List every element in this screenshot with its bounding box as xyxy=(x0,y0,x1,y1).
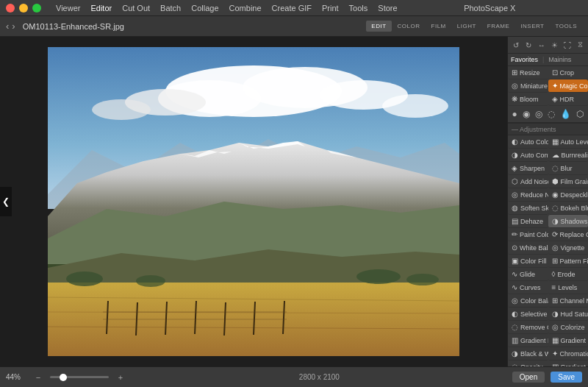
tool-magic-color[interactable]: ✦ Magic Color xyxy=(548,79,589,93)
gradient-fill-icon: ▥ xyxy=(512,336,518,344)
menu-batch[interactable]: Batch xyxy=(160,4,181,13)
app-title: PhotoScape X xyxy=(398,4,582,13)
tab-film[interactable]: FILM xyxy=(426,21,451,32)
tool-replace-color[interactable]: ⟳ Replace Color xyxy=(548,228,589,241)
tool-dehaze[interactable]: ▤ Dehaze xyxy=(508,215,548,228)
menu-collage[interactable]: Collage xyxy=(191,4,218,13)
open-button[interactable]: Open xyxy=(512,372,545,383)
menu-viewer[interactable]: Viewer xyxy=(56,4,80,13)
tool-gradient-map[interactable]: ▦ Gradient Map xyxy=(548,334,589,347)
landscape-image xyxy=(48,47,459,356)
tool-sharpen[interactable]: ◈ Sharpen xyxy=(508,162,548,175)
favorites-label[interactable]: Favorites xyxy=(511,56,538,63)
tool-auto-levels[interactable]: ▦ Auto Levels xyxy=(548,135,589,149)
tool-crop[interactable]: ⊡ Crop xyxy=(548,66,589,79)
erode-icon: ◊ xyxy=(552,270,556,278)
tool-auto-color[interactable]: ◐ Auto Color xyxy=(508,135,548,149)
tool-glide[interactable]: ∿ Glide xyxy=(508,268,548,281)
icon-mode-4[interactable]: ◌ xyxy=(548,109,555,119)
mainins-label[interactable]: Mainins xyxy=(548,56,571,63)
tool-gradient-opacity[interactable]: ▥ Gradient Opacity xyxy=(548,361,589,366)
fullscreen-icon[interactable]: ⛶ xyxy=(562,40,573,50)
tool-remove-color-cast[interactable]: ◌ Remove Color Cast xyxy=(508,321,548,334)
tab-insert[interactable]: INSERT xyxy=(515,21,549,32)
tool-chromatic[interactable]: ✦ Chromatic Saturation xyxy=(548,347,589,361)
glide-icon: ∿ xyxy=(512,270,517,278)
icon-mode-5[interactable]: 💧 xyxy=(560,109,571,119)
color-fill-icon: ▣ xyxy=(512,257,518,265)
icon-mode-6[interactable]: ⬡ xyxy=(576,109,584,119)
tool-bloom[interactable]: ❋ Bloom xyxy=(508,93,548,106)
menu-tools[interactable]: Tools xyxy=(349,4,368,13)
menu-print[interactable]: Print xyxy=(322,4,339,13)
tool-color-fill[interactable]: ▣ Color Fill xyxy=(508,255,548,268)
minimize-button[interactable] xyxy=(19,4,28,13)
tool-film-grain[interactable]: ⬢ Film Grain xyxy=(548,175,589,188)
tool-add-noise[interactable]: ⬡ Add Noise xyxy=(508,175,548,188)
tool-opacity[interactable]: ◌ Opacity xyxy=(508,361,548,366)
title-bar: Viewer Editor Cut Out Batch Collage Comb… xyxy=(0,0,588,16)
tab-frame[interactable]: FRAME xyxy=(482,21,515,32)
brightness-icon[interactable]: ☀ xyxy=(549,40,559,50)
nav-back[interactable]: ‹ xyxy=(6,21,9,32)
tool-black-white[interactable]: ◑ Black & White xyxy=(508,347,548,361)
tab-tools-mode[interactable]: TOOLS xyxy=(551,21,582,32)
menu-combine[interactable]: Combine xyxy=(229,4,262,13)
tool-paint-color[interactable]: ✏ Paint Color / Emphasize Col. xyxy=(508,228,548,241)
tool-pattern-fill[interactable]: ⊞ Pattern Fill xyxy=(548,255,589,268)
tool-color-balance[interactable]: ◎ Color Balance xyxy=(508,294,548,308)
tool-bokeh-blur[interactable]: ◌ Bokeh Blur xyxy=(548,202,589,215)
icon-mode-2[interactable]: ◉ xyxy=(523,109,530,119)
menu-cutout[interactable]: Cut Out xyxy=(122,4,150,13)
svg-point-7 xyxy=(382,94,448,118)
svg-point-30 xyxy=(136,275,165,287)
tool-shadows-highlights[interactable]: ◑ Shadows Highlights xyxy=(548,215,589,228)
tool-despeckle[interactable]: ◉ Despeckle xyxy=(548,188,589,202)
white-balance-icon: ⊙ xyxy=(512,244,517,252)
flip-icon[interactable]: ↔ xyxy=(537,40,547,50)
window-controls[interactable] xyxy=(6,4,41,13)
zoom-plus-button[interactable]: + xyxy=(115,372,126,383)
tool-reduce-noise[interactable]: ◎ Reduce Noise xyxy=(508,188,548,202)
miniature-icon: ◎ xyxy=(512,82,518,90)
maximize-button[interactable] xyxy=(32,4,41,13)
auto-contrast-icon: ◑ xyxy=(512,151,518,159)
tool-hud-saturation[interactable]: ◑ Hud Saturation xyxy=(548,308,589,321)
tool-white-balance[interactable]: ⊙ White Balance xyxy=(508,241,548,255)
close-button[interactable] xyxy=(6,4,15,13)
tool-resize[interactable]: ⊞ Resize xyxy=(508,66,548,79)
tool-miniature[interactable]: ◎ Miniature xyxy=(508,79,548,93)
tool-levels[interactable]: ≡ Levels xyxy=(548,281,589,294)
icon-mode-1[interactable]: ● xyxy=(512,109,517,119)
menu-editor[interactable]: Editor xyxy=(90,4,112,13)
history-icon[interactable]: ⧖ xyxy=(575,40,585,50)
tool-erode[interactable]: ◊ Erode xyxy=(548,268,589,281)
tool-gradient-fill[interactable]: ▥ Gradient Fill xyxy=(508,334,548,347)
zoom-slider[interactable] xyxy=(50,376,109,378)
tab-light[interactable]: LIGHT xyxy=(452,21,481,32)
tool-soften-skin[interactable]: ◍ Soften Skin xyxy=(508,202,548,215)
tab-edit[interactable]: EDIT xyxy=(366,21,391,32)
tool-vignette[interactable]: ◎ Vignette xyxy=(548,241,589,255)
zoom-minus-button[interactable]: − xyxy=(32,372,44,383)
tool-blur[interactable]: ◌ Blur xyxy=(548,162,589,175)
tool-channel-mixer[interactable]: ⊞ Channel Mixer xyxy=(548,294,589,308)
tab-color[interactable]: COLOR xyxy=(392,21,426,32)
nav-forward[interactable]: › xyxy=(12,21,15,32)
selective-color-icon: ◐ xyxy=(512,310,518,318)
tool-burnrealistic[interactable]: ☁ Burnrealistic xyxy=(548,149,589,162)
rotate-right-icon[interactable]: ↻ xyxy=(523,40,534,50)
rotate-left-icon[interactable]: ↺ xyxy=(511,40,521,50)
menu-store[interactable]: Store xyxy=(378,4,397,13)
tool-auto-contrast[interactable]: ◑ Auto Contrast xyxy=(508,149,548,162)
tool-selective-color[interactable]: ◐ Selective Color xyxy=(508,308,548,321)
save-button[interactable]: Save xyxy=(551,372,582,383)
icon-mode-3[interactable]: ◎ xyxy=(535,109,542,119)
tool-colorize[interactable]: ◎ Colorize xyxy=(548,321,589,334)
zoom-percentage: 44% xyxy=(6,373,26,381)
tool-curves[interactable]: ∿ Curves xyxy=(508,281,548,294)
crop-icon: ⊡ xyxy=(552,68,558,77)
tool-hdr[interactable]: ◈ HDR xyxy=(548,93,589,106)
menu-creategif[interactable]: Create GIF xyxy=(272,4,312,13)
prev-image-button[interactable]: ❮ xyxy=(0,187,12,216)
